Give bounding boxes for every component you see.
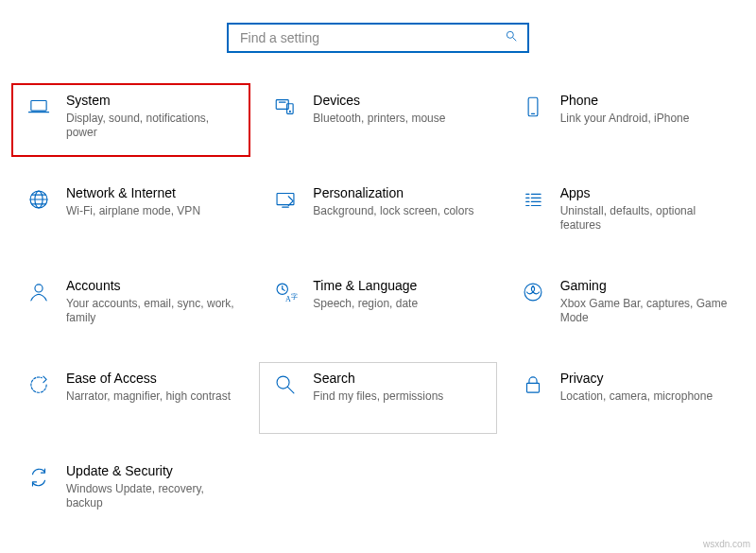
person-icon [23, 278, 55, 304]
devices-icon [269, 93, 301, 119]
settings-grid: System Display, sound, notifications, po… [0, 66, 756, 526]
update-icon [23, 463, 55, 490]
tile-title: Search [313, 371, 443, 388]
tile-gaming[interactable]: Gaming Xbox Game Bar, captures, Game Mod… [507, 270, 743, 340]
tile-desc: Windows Update, recovery, backup [66, 482, 239, 510]
tile-desc: Speech, region, date [313, 297, 418, 311]
svg-point-25 [35, 285, 43, 292]
tile-ease-of-access[interactable]: Ease of Access Narrator, magnifier, high… [13, 363, 249, 433]
tile-desc: Background, lock screen, colors [313, 204, 473, 218]
tile-accounts[interactable]: Accounts Your accounts, email, sync, wor… [13, 270, 249, 340]
tile-title: System [66, 93, 239, 110]
tile-title: Phone [560, 93, 690, 110]
tile-desc: Location, camera, microphone [560, 389, 713, 404]
tile-title: Update & Security [66, 463, 239, 480]
tile-devices[interactable]: Devices Bluetooth, printers, mouse [260, 85, 495, 155]
tile-search[interactable]: Search Find my files, permissions [259, 362, 496, 434]
svg-rect-2 [31, 101, 46, 112]
tile-title: Time & Language [313, 278, 418, 295]
tile-title: Personalization [313, 185, 473, 202]
tile-title: Devices [313, 93, 445, 110]
svg-text:字: 字 [291, 293, 298, 300]
tile-desc: Wi-Fi, airplane mode, VPN [66, 204, 200, 218]
ease-icon [23, 371, 55, 397]
search-icon [269, 371, 301, 397]
tile-system[interactable]: System Display, sound, notifications, po… [11, 83, 250, 157]
tile-apps[interactable]: Apps Uninstall, defaults, optional featu… [507, 178, 743, 248]
time-lang-icon: A字 [269, 278, 301, 304]
tile-phone[interactable]: Phone Link your Android, iPhone [507, 85, 743, 155]
tile-title: Network & Internet [66, 185, 200, 202]
tile-personalization[interactable]: Personalization Background, lock screen,… [260, 178, 495, 248]
gaming-icon [517, 278, 549, 304]
svg-point-0 [507, 31, 513, 38]
svg-line-28 [283, 289, 284, 291]
search-input[interactable] [238, 29, 505, 46]
search-icon [505, 29, 518, 46]
lock-icon [517, 371, 549, 397]
watermark: wsxdn.com [703, 539, 750, 549]
search-box[interactable] [227, 23, 529, 53]
apps-icon [517, 185, 549, 212]
tile-update-security[interactable]: Update & Security Windows Update, recove… [13, 456, 249, 526]
svg-line-1 [513, 38, 517, 42]
tile-title: Privacy [560, 371, 713, 388]
tile-time-language[interactable]: A字 Time & Language Speech, region, date [260, 270, 495, 340]
tile-desc: Bluetooth, printers, mouse [313, 112, 445, 126]
personalize-icon [269, 185, 301, 212]
tile-privacy[interactable]: Privacy Location, camera, microphone [507, 363, 743, 433]
laptop-icon [23, 93, 55, 119]
tile-desc: Your accounts, email, sync, work, family [66, 297, 239, 325]
tile-desc: Display, sound, notifications, power [66, 112, 239, 140]
tile-desc: Find my files, permissions [313, 389, 443, 404]
tile-title: Ease of Access [66, 371, 231, 388]
tile-desc: Link your Android, iPhone [560, 112, 690, 126]
tile-network[interactable]: Network & Internet Wi-Fi, airplane mode,… [13, 178, 249, 248]
svg-line-33 [288, 387, 295, 393]
phone-icon [517, 93, 549, 119]
tile-title: Gaming [560, 278, 733, 295]
tile-title: Apps [560, 185, 733, 202]
tile-desc: Narrator, magnifier, high contrast [66, 389, 231, 404]
svg-rect-34 [526, 383, 539, 392]
tile-desc: Uninstall, defaults, optional features [560, 204, 733, 233]
tile-title: Accounts [66, 278, 239, 295]
svg-point-6 [290, 111, 291, 112]
tile-desc: Xbox Game Bar, captures, Game Mode [560, 297, 733, 325]
globe-icon [23, 185, 55, 212]
